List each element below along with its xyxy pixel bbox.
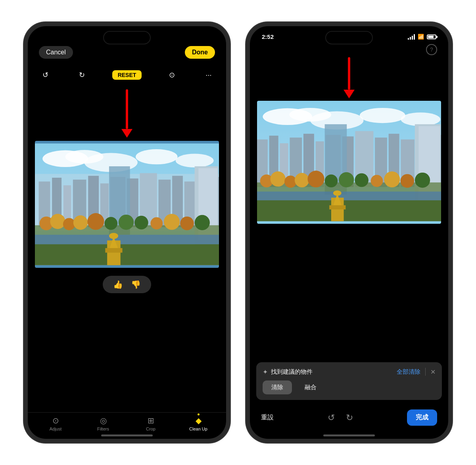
bar-4 [414,34,415,40]
bottom-actions: 重設 ↺ ↻ 完成 [250,404,448,431]
city-image-1 [35,141,219,268]
wifi-icon: 📶 [418,34,424,40]
svg-point-70 [325,175,338,188]
sparkle-icon: ✦ [263,368,268,376]
filters-icon: ◎ [100,416,107,425]
panel-divider [425,368,426,376]
cleanup-row-2: 清除 融合 [263,380,436,394]
active-dot [198,413,200,415]
time-display: 2:52 [262,33,274,40]
clear-all-button[interactable]: 全部清除 [397,368,420,376]
nav-cleanup[interactable]: ◆ Clean Up [186,416,210,431]
bottom-nav: ⊙ Adjust ◎ Filters ⊞ Crop ◆ Clean Up [28,412,226,431]
redo-icon[interactable]: ↻ [75,69,88,81]
adjust-icon: ⊙ [52,416,59,425]
arrow-down-1 [121,89,132,138]
more-icon[interactable]: ··· [202,69,215,81]
arrow-head-2 [344,90,355,98]
svg-point-33 [164,214,180,230]
help-circle[interactable]: ? [426,44,437,55]
thumbs-section: 👍 👎 [28,268,226,301]
status-right: 📶 [408,34,436,40]
mode-merge-button[interactable]: 融合 [296,380,325,394]
arrow-section-1 [28,89,226,141]
signal-bars [408,34,415,40]
cleanup-row-1: ✦ 找到建議的物件 全部清除 ✕ [263,368,436,376]
phone-1-screen: Cancel Done ↺ ↻ RESET ⊙ ··· [28,26,226,439]
svg-point-75 [400,174,414,188]
phone-2-screen: 2:52 📶 [250,26,448,439]
nav-filters[interactable]: ◎ Filters [91,416,115,431]
svg-point-29 [104,217,117,230]
svg-rect-41 [105,248,122,253]
nav-adjust[interactable]: ⊙ Adjust [44,416,67,431]
svg-point-32 [150,217,163,230]
svg-point-25 [50,214,65,229]
bar-1 [408,38,409,40]
done-button[interactable]: Done [185,46,215,59]
photo-1 [35,141,219,268]
home-indicator-2 [323,434,375,436]
crop-label: Crop [146,427,155,431]
reset-button-2[interactable]: 重設 [261,413,274,422]
close-button[interactable]: ✕ [430,368,436,376]
svg-point-76 [415,173,430,188]
bar-3 [412,36,413,40]
crop-icon: ⊞ [148,416,154,425]
mode-clear-button[interactable]: 清除 [263,380,292,394]
phone-2-body: 2:52 📶 [246,22,452,443]
cleanup-left: ✦ 找到建議的物件 [263,368,313,376]
svg-point-74 [384,171,400,187]
phone-2-content: 2:52 📶 [250,26,448,439]
photo-2 [257,101,441,224]
svg-point-67 [284,176,297,188]
phone1-toolbar: ↺ ↻ RESET ⊙ ··· [28,65,226,85]
cleanup-text: 找到建議的物件 [271,368,313,376]
home-indicator-1 [101,434,153,436]
svg-rect-78 [257,200,441,221]
arrow-shaft-1 [126,89,128,129]
bar-2 [410,37,411,40]
undo-icon[interactable]: ↺ [39,69,52,81]
cleanup-panel: ✦ 找到建議的物件 全部清除 ✕ 清除 融合 [256,362,442,400]
svg-point-71 [339,172,354,187]
svg-point-72 [355,173,369,187]
reset-button[interactable]: RESET [112,70,142,80]
svg-point-28 [87,213,104,230]
svg-point-27 [73,215,88,230]
battery-fill [428,36,434,38]
phone-2: 2:52 📶 [246,22,452,443]
svg-point-69 [308,171,324,187]
redo-button-2[interactable]: ↻ [346,413,353,423]
help-icon: ? [430,46,433,53]
cleanup-label: Clean Up [189,427,207,431]
svg-point-40 [109,233,118,239]
undo-button-2[interactable]: ↺ [328,413,335,423]
svg-point-31 [134,216,148,230]
battery-icon [427,35,436,39]
svg-rect-82 [329,205,345,209]
svg-point-81 [333,190,342,196]
dynamic-island-2 [325,31,373,44]
svg-point-30 [119,215,134,230]
undo-redo-section: ↺ ↻ [328,413,353,423]
svg-rect-37 [35,244,219,265]
city-image-2 [257,101,441,224]
svg-point-34 [180,217,194,231]
thumbs-up-icon[interactable]: 👍 [113,280,123,289]
phone-1: Cancel Done ↺ ↻ RESET ⊙ ··· [24,22,230,443]
cancel-button[interactable]: Cancel [39,46,73,59]
done-blue-button[interactable]: 完成 [407,409,437,426]
cleanup-icon: ◆ [196,416,202,425]
arrow-down-2 [344,57,355,98]
photo-placeholder-1 [35,141,219,268]
filters-label: Filters [97,427,109,431]
svg-point-5 [176,154,214,167]
auto-enhance-icon[interactable]: ⊙ [166,69,178,81]
svg-point-46 [360,108,405,123]
nav-crop[interactable]: ⊞ Crop [139,416,163,431]
photo-placeholder-2 [257,101,441,224]
thumbs-down-icon[interactable]: 👎 [131,280,141,289]
phone-1-content: Cancel Done ↺ ↻ RESET ⊙ ··· [28,26,226,439]
svg-point-68 [295,173,309,187]
